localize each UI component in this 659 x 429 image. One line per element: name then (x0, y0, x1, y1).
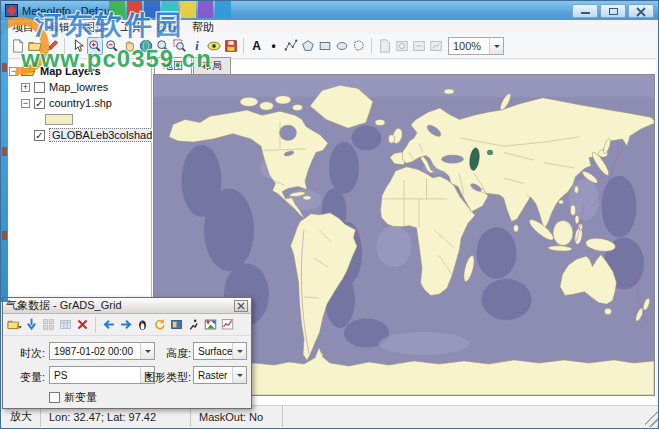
tab-map[interactable]: 地图 (154, 57, 192, 74)
layer-checkbox[interactable]: ✓ (34, 130, 45, 141)
combo-dropdown-icon[interactable] (232, 367, 246, 383)
combo-dropdown-icon[interactable] (232, 343, 246, 359)
zoom-out-tool-button[interactable] (104, 37, 120, 55)
draw-text-button[interactable]: A (249, 37, 265, 55)
clear-data-button[interactable] (75, 317, 91, 333)
dialog-form: 时次: 1987-01-02 00:00 高度: Surface 变量: PS … (3, 336, 251, 408)
combo-dropdown-icon[interactable] (140, 343, 154, 359)
ellipse-icon (335, 39, 349, 53)
open-data-button[interactable] (7, 317, 23, 333)
draw-point-button[interactable]: • (266, 37, 282, 55)
new-variable-checkbox[interactable] (49, 392, 60, 403)
layer-checkbox[interactable] (34, 82, 45, 93)
down-arrow-icon (25, 318, 38, 331)
draw-freehand-button[interactable] (351, 37, 367, 55)
settings-button[interactable] (169, 317, 185, 333)
zoom-level-value: 100% (449, 40, 489, 52)
dialog-title: 气象数据 - GrADS_Grid (6, 298, 234, 313)
chart-view-button[interactable] (220, 317, 236, 333)
dialog-title-bar[interactable]: 气象数据 - GrADS_Grid (3, 298, 251, 314)
colored-map-icon (204, 318, 217, 331)
zoom-to-extent-button[interactable] (172, 37, 188, 55)
tree-root-map-layers[interactable]: − Map Layers (5, 63, 151, 79)
magnifier-icon (156, 39, 170, 53)
close-icon (636, 7, 646, 17)
zoom-in-tool-button[interactable] (87, 37, 103, 55)
tree-expander[interactable]: − (9, 67, 18, 76)
previous-time-button[interactable] (101, 317, 117, 333)
menu-layer[interactable]: 图层 (77, 20, 113, 34)
menu-help[interactable]: 帮助 (185, 20, 221, 34)
pencil-icon (45, 39, 59, 53)
animation-button[interactable] (135, 317, 151, 333)
meteo-data-dialog: 气象数据 - GrADS_Grid (2, 297, 252, 409)
layout-fit-button[interactable] (428, 37, 444, 55)
tree-item-map-lowres[interactable]: + Map_lowres (5, 79, 151, 95)
draw-rectangle-button[interactable] (317, 37, 333, 55)
save-image-button[interactable] (223, 37, 239, 55)
layer-checkbox[interactable]: ✓ (34, 98, 45, 109)
menu-tools[interactable]: 工具 (113, 20, 149, 34)
eye-icon (207, 39, 221, 53)
graph-type-combo[interactable]: Raster (193, 366, 247, 384)
menu-plugins[interactable]: 插件 (149, 20, 185, 34)
open-project-button[interactable] (27, 37, 43, 55)
dialog-close-button[interactable] (234, 300, 248, 312)
zoom-in-icon (88, 39, 102, 53)
get-data-button[interactable] (24, 317, 40, 333)
runner-icon (187, 318, 200, 331)
tree-item-globaleb3colshade[interactable]: ✓ GLOBALeb3colshade.jpg (5, 127, 151, 143)
select-tool-button[interactable] (70, 37, 86, 55)
minimize-button[interactable] (572, 4, 598, 18)
add-layer-button[interactable] (44, 37, 60, 55)
resize-grip[interactable] (645, 406, 659, 427)
new-variable-checkrow[interactable]: 新变量 (49, 390, 97, 405)
draw-polyline-button[interactable] (283, 37, 299, 55)
layout-new-button[interactable] (377, 37, 393, 55)
tree-expander[interactable]: − (21, 99, 30, 108)
view-tabs: 地图 布局 (152, 60, 656, 74)
new-project-button[interactable] (10, 37, 26, 55)
penguin-icon (136, 318, 149, 331)
right-arrow-icon (119, 318, 133, 331)
time-combo[interactable]: 1987-01-02 00:00 (49, 342, 155, 360)
zoom-to-layer-button[interactable] (155, 37, 171, 55)
tab-layout[interactable]: 布局 (193, 57, 231, 74)
map-view-button[interactable] (203, 317, 219, 333)
maximize-button[interactable] (600, 4, 626, 18)
combo-dropdown-icon[interactable] (489, 38, 503, 54)
new-page-icon (11, 39, 25, 53)
tree-item-country1-legend[interactable] (5, 111, 151, 127)
draw-polygon-button[interactable] (300, 37, 316, 55)
layer-label: country1.shp (49, 97, 112, 109)
menu-edit[interactable]: 编辑 (41, 20, 77, 34)
open-folder-icon (7, 318, 22, 331)
identify-tool-button[interactable]: i (189, 37, 205, 55)
legend-swatch[interactable] (45, 114, 73, 125)
layout-zoom-out-button[interactable] (411, 37, 427, 55)
left-arrow-icon (102, 318, 116, 331)
level-label: 高度: (161, 346, 191, 361)
close-button[interactable] (628, 4, 654, 18)
status-mode: 放大 (2, 406, 41, 427)
level-combo[interactable]: Surface (193, 342, 247, 360)
pan-tool-button[interactable] (121, 37, 137, 55)
meteoinfo-window: MeteoInfo - Default 项目 编辑 图层 工具 插件 帮助 (0, 0, 659, 429)
attribute-table-button[interactable] (206, 37, 222, 55)
tree-expander[interactable]: + (21, 83, 30, 92)
full-extent-button[interactable] (138, 37, 154, 55)
zoom-level-combo[interactable]: 100% (448, 37, 504, 55)
menu-project[interactable]: 项目 (5, 20, 41, 34)
grid-data-button[interactable] (41, 317, 57, 333)
variable-value: PS (50, 370, 140, 381)
loop-animation-button[interactable] (152, 317, 168, 333)
grid-icon (42, 318, 55, 331)
tree-item-country1[interactable]: − ✓ country1.shp (5, 95, 151, 111)
draw-ellipse-button[interactable] (334, 37, 350, 55)
level-value: Surface (194, 346, 232, 357)
layout-zoom-in-button[interactable] (394, 37, 410, 55)
table-view-button[interactable] (58, 317, 74, 333)
run-button[interactable] (186, 317, 202, 333)
next-time-button[interactable] (118, 317, 134, 333)
graph-type-label: 图形类型: (139, 370, 191, 385)
